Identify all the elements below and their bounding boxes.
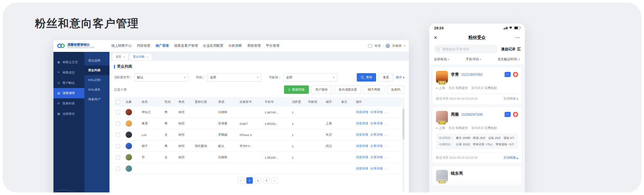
sidebar-item-label: 复购列表 — [62, 102, 75, 106]
reward-record-link[interactable]: 激励记录 — [501, 47, 521, 52]
scrollbar-thumb[interactable] — [402, 109, 404, 140]
nav-item-promotion-active[interactable]: 推广获客 — [156, 44, 169, 48]
row-checkbox[interactable] — [116, 110, 120, 114]
chat-icon[interactable]: ··· — [505, 112, 511, 117]
fan-card-expanded[interactable]: 粉丝 周薇 15298247336 ··· ⌖ — [432, 107, 522, 163]
tab-home[interactable]: 首页 × — [112, 53, 128, 60]
fan-card[interactable]: 粉丝 钱东亮 — [432, 166, 522, 185]
next-page-button[interactable]: › — [271, 177, 278, 184]
select-all-checkbox[interactable] — [116, 100, 120, 104]
page-3-button[interactable]: 3 — [263, 177, 270, 184]
view-detail-link[interactable]: 浏览详情 — [356, 110, 368, 114]
nav-item-platform[interactable]: 平台管理 — [266, 44, 279, 48]
page-1-button[interactable]: 1 — [246, 177, 253, 184]
search-box[interactable] — [433, 44, 498, 54]
more-icon[interactable]: … — [385, 110, 388, 114]
nav-item-online-sales[interactable]: 线上销售中心 — [111, 44, 132, 48]
view-detail-link[interactable]: 浏览详情 — [356, 122, 368, 125]
interaction-detail-toggle[interactable]: 互动明细 ▴ — [503, 156, 518, 160]
row-checkbox[interactable] — [116, 133, 120, 137]
nav-item-system[interactable]: 系统管理 — [247, 44, 261, 48]
view-detail-link[interactable]: 浏览详情 — [356, 144, 368, 148]
chevron-down-icon[interactable]: ▾ — [404, 44, 405, 47]
chat-cycle-button[interactable]: 聊天周期 — [364, 85, 384, 94]
row-checkbox[interactable] — [116, 122, 120, 126]
row-checkbox[interactable] — [116, 167, 120, 171]
col-activity: 活跃度 — [290, 97, 306, 107]
more-menu-icon[interactable]: ⋯ — [515, 35, 520, 41]
table-scrollbar[interactable] — [402, 97, 404, 192]
submenu-audience-trend[interactable]: 受众趋势 — [84, 56, 109, 65]
interaction-detail-toggle[interactable]: 互动明细 ▾ — [503, 97, 518, 101]
view-detail-link[interactable]: 浏览详情 — [356, 155, 368, 159]
sidebar-item-sales-deals[interactable]: ✎ 销售成交 — [53, 67, 84, 78]
role-filter[interactable]: 全部角色 ▾ — [434, 57, 449, 62]
expand-toggle[interactable]: 展开 ▾ — [396, 75, 404, 80]
mobile-search-row: 激励记录 — [429, 43, 525, 56]
nav-item-analytics[interactable]: 分析洞察 — [229, 44, 242, 48]
more-icon[interactable]: … — [385, 155, 388, 159]
submenu-audience-list-active[interactable]: 受众列表 — [84, 65, 109, 75]
col-name: 姓名 — [140, 97, 163, 107]
search-input[interactable] — [442, 47, 495, 51]
view-detail-link[interactable]: 浏览详情 — [356, 167, 368, 170]
intent-strength-button[interactable]: 意向强度设置 — [335, 85, 361, 94]
prev-page-button[interactable]: ‹ — [238, 177, 244, 184]
user-tag-button[interactable]: 用户置标 — [311, 85, 332, 94]
share-detail-link[interactable]: 分享详情 — [370, 122, 383, 125]
nav-item-leads[interactable]: 线索及客户管理 — [174, 44, 198, 48]
cell-gender: 男 — [163, 107, 176, 118]
share-detail-link[interactable]: 分享详情 — [370, 167, 383, 170]
more-icon[interactable]: … — [385, 144, 388, 148]
gender-select[interactable]: 全部 ▾ — [207, 73, 261, 82]
share-detail-link[interactable]: 分享详情 — [370, 155, 383, 159]
sort-select[interactable]: 默认 ▾ — [134, 73, 188, 82]
more-icon[interactable]: … — [385, 133, 388, 136]
prize-code-button[interactable]: 发奖码 — [387, 85, 405, 94]
close-icon[interactable]: × — [123, 55, 125, 59]
plan-label[interactable]: 标准 — [374, 44, 381, 48]
search-button[interactable]: 查询 — [357, 73, 376, 82]
submenu-kol-growth[interactable]: KOL成长 — [84, 85, 109, 94]
share-detail-link[interactable]: 分享详情 — [370, 110, 383, 114]
fan-city: ⌖ 上海 — [436, 86, 445, 90]
sidebar-item-customer-reach[interactable]: ◎ 客户触达 — [53, 78, 84, 88]
cell-note — [339, 129, 354, 141]
share-detail-link[interactable]: 分享详情 — [370, 144, 383, 148]
share-detail-link[interactable]: 分享详情 — [370, 133, 383, 136]
table-row: 乔 女 粉丝 白丽珠 1.85160... 1 — [114, 152, 402, 163]
age-select[interactable]: 全部 ▾ — [283, 73, 337, 82]
call-record-icon[interactable] — [513, 112, 518, 117]
sidebar-item-sales-home[interactable]: ▣ 销售云主页 — [53, 57, 84, 67]
page-2-button[interactable]: 2 — [255, 177, 261, 184]
user-avatar[interactable] — [385, 44, 390, 48]
user-name[interactable]: 张敏丽 — [392, 44, 402, 48]
row-avatar — [126, 165, 132, 172]
sidebar-item-repurchase[interactable]: ⟳ 复购列表 — [53, 98, 84, 109]
data-mining-button[interactable]: ↧ 数据挖掘 — [284, 85, 309, 94]
submenu-kol-identify[interactable]: KOL识别 — [84, 75, 109, 85]
call-record-icon[interactable] — [513, 72, 518, 77]
tab-bar: 首页 × 受众列表 × — [109, 52, 409, 61]
view-detail-link[interactable]: 浏览详情 — [356, 133, 368, 136]
reset-button[interactable]: 重置 — [379, 73, 393, 82]
chat-icon[interactable]: ··· — [505, 72, 511, 77]
row-checkbox[interactable] — [116, 144, 120, 148]
mobile-filter-row: 全部角色 ▾ 手机号码 ▾ 首次触达时间 ⇅ — [429, 56, 525, 64]
more-icon[interactable]: … — [385, 122, 388, 125]
nav-item-enterprise-config[interactable]: 企业应用配置 — [203, 44, 223, 48]
fan-card[interactable]: 粉丝 李青 15211847092 ··· ⌖ — [432, 67, 522, 104]
more-icon[interactable]: … — [385, 167, 388, 170]
nav-item-content[interactable]: 内容创意 — [137, 44, 150, 48]
col-device: 设备型号 — [238, 97, 263, 107]
sidebar-item-operation-path[interactable]: ▦ 运营路径 — [53, 109, 84, 119]
tab-audience-list-active[interactable]: 受众列表 × — [129, 53, 152, 60]
row-checkbox[interactable] — [116, 155, 120, 160]
close-icon[interactable]: × — [147, 55, 148, 59]
reset-button-label: 重置 — [383, 75, 389, 80]
sidebar-item-prospect-management-active[interactable]: ▤ 潜客管理 — [53, 88, 84, 98]
phone-filter[interactable]: 手机号码 ▾ — [466, 57, 481, 62]
first-touch-sort[interactable]: 首次触达时间 ⇅ — [497, 57, 520, 62]
select-value: 全部 — [210, 75, 216, 80]
submenu-report-users[interactable]: 报备用户 — [84, 94, 109, 104]
